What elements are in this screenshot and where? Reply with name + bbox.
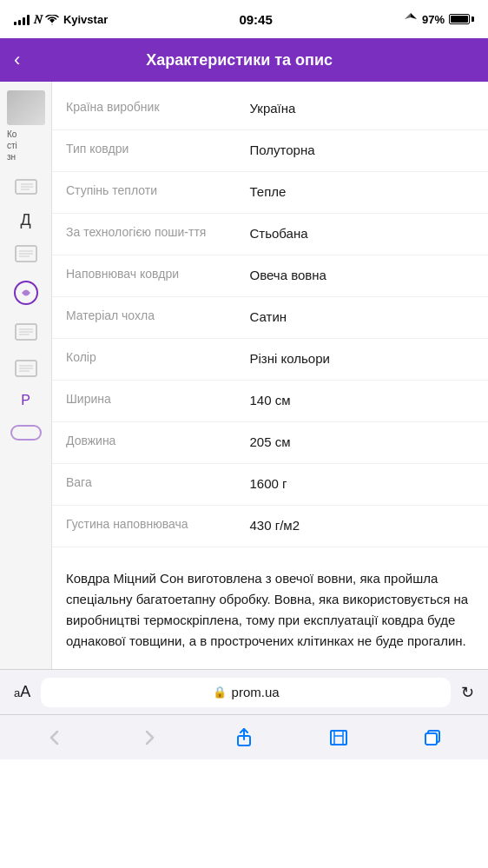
nav-forward-button[interactable]	[130, 719, 168, 757]
description-block: Ковдра Міцний Сон виготовлена з овечої в…	[52, 554, 488, 669]
spec-value: 1600 г	[250, 474, 475, 493]
sidebar-list-icon-4	[7, 356, 44, 381]
big-a-label[interactable]: A	[20, 683, 30, 700]
spec-value: Сатин	[250, 308, 475, 326]
spec-value: 430 г/м2	[250, 516, 475, 534]
spec-row: Країна виробникУкраїна	[52, 89, 488, 130]
spec-value: Овеча вовна	[250, 266, 475, 284]
url-bar[interactable]: 🔒 prom.ua	[41, 678, 451, 707]
lock-icon: 🔒	[213, 686, 227, 699]
sidebar-section-top: Костізн	[7, 90, 44, 162]
tabs-button[interactable]	[414, 719, 452, 757]
spec-value: Стьобана	[250, 224, 475, 242]
sidebar-text-ko: Костізн	[7, 129, 44, 162]
browser-bar: aA 🔒 prom.ua ↻	[0, 669, 488, 714]
spec-row: Наповнювач ковдриОвеча вовна	[52, 255, 488, 297]
spec-label: Колір	[66, 349, 250, 367]
spec-label: Матеріал чохла	[66, 308, 250, 325]
spec-value: Полуторна	[250, 141, 475, 159]
page-title: Характеристики та опис	[30, 51, 448, 70]
sidebar-list-icon-3	[7, 320, 44, 344]
nav-back-button[interactable]	[36, 719, 74, 757]
reload-button[interactable]: ↻	[461, 683, 474, 702]
spec-label: Вага	[66, 474, 250, 492]
svg-rect-18	[331, 731, 346, 745]
spec-row: Тип ковдриПолуторна	[52, 130, 488, 172]
status-right: 97%	[404, 12, 474, 26]
svg-rect-23	[425, 733, 437, 745]
status-left: 𝛮 Kyivstar	[14, 12, 108, 27]
wifi-icon: 𝛮	[34, 12, 59, 27]
spec-row: Вага1600 г	[52, 464, 488, 506]
status-time: 09:45	[239, 12, 272, 27]
spec-label: Тип ковдри	[66, 141, 250, 158]
spec-row: Густина наповнювача430 г/м2	[52, 506, 488, 547]
sidebar-peek: Костізн Д	[0, 82, 52, 669]
sidebar-letter-d: Д	[7, 211, 44, 229]
spec-value: 140 см	[250, 391, 475, 409]
spec-label: Наповнювач ковдри	[66, 266, 250, 283]
spec-row: Матеріал чохлаСатин	[52, 297, 488, 339]
share-button[interactable]	[225, 719, 263, 757]
spec-row: За технологією поши-ттяСтьобана	[52, 214, 488, 255]
spec-label: За технологією поши-ття	[66, 224, 250, 242]
spec-row: КолірРізні кольори	[52, 339, 488, 381]
spec-row: Ступінь теплотиТепле	[52, 172, 488, 214]
sidebar-letter-p: Р	[7, 393, 44, 408]
battery-percent: 97%	[422, 13, 445, 26]
spec-row: Довжина205 см	[52, 422, 488, 464]
spec-label: Густина наповнювача	[66, 516, 250, 533]
sidebar-purple-icon	[7, 278, 44, 308]
spec-value: 205 см	[250, 433, 475, 451]
sidebar-list-icon-1	[7, 175, 44, 199]
sidebar-thumb	[7, 90, 45, 125]
sidebar-purple-btn	[7, 421, 44, 445]
spec-row: Ширина140 см	[52, 381, 488, 422]
spec-label: Країна виробник	[66, 99, 250, 116]
description-text: Ковдра Міцний Сон виготовлена з овечої в…	[66, 568, 474, 652]
signal-bars	[14, 13, 30, 25]
spec-value: Різні кольори	[250, 349, 475, 368]
spec-label: Ступінь теплоти	[66, 182, 250, 200]
url-text[interactable]: prom.ua	[232, 685, 280, 699]
sidebar-list-icon-2	[7, 242, 44, 266]
spec-value: Україна	[250, 99, 475, 117]
status-bar: 𝛮 Kyivstar 09:45 97%	[0, 0, 488, 38]
spec-label: Ширина	[66, 391, 250, 408]
page-container: Костізн Д	[0, 82, 488, 669]
nav-header: ‹ Характеристики та опис	[0, 38, 488, 82]
back-button[interactable]: ‹	[14, 49, 20, 71]
location-icon	[404, 12, 418, 26]
bottom-nav	[0, 714, 488, 759]
carrier-label: Kyivstar	[63, 13, 108, 26]
main-content: Країна виробникУкраїнаТип ковдриПолуторн…	[52, 82, 488, 669]
spec-label: Довжина	[66, 433, 250, 450]
bookmarks-button[interactable]	[320, 719, 358, 757]
font-size-control[interactable]: aA	[14, 683, 30, 701]
spec-value: Тепле	[250, 182, 475, 201]
specs-table: Країна виробникУкраїнаТип ковдриПолуторн…	[52, 82, 488, 554]
battery-indicator	[449, 14, 474, 24]
